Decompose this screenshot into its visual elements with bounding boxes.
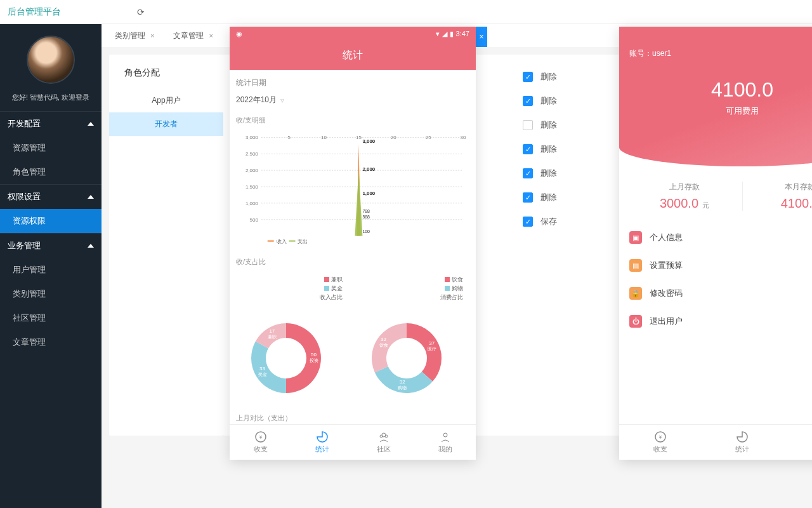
perm-label: 删除 xyxy=(540,95,557,107)
checkbox[interactable]: ✓ xyxy=(523,217,533,227)
svg-text:17: 17 xyxy=(269,328,275,334)
close-icon[interactable]: × xyxy=(476,27,487,47)
checkbox[interactable]: ✓ xyxy=(523,96,533,106)
checkbox[interactable]: ✓ xyxy=(523,144,533,154)
balance-label: 可用费用 xyxy=(629,105,812,117)
nav-item[interactable]: 社区 xyxy=(783,425,812,460)
summary-col: 本月存款4100.0 xyxy=(743,182,813,211)
bottom-nav-2: ¥收支统计社区 xyxy=(619,424,812,460)
profile-menu-item[interactable]: ▣个人信息 xyxy=(619,224,812,251)
balance-value: 4100.0 xyxy=(629,78,812,102)
menu-group-0[interactable]: 开发配置 xyxy=(0,112,102,136)
menu-item[interactable]: 角色管理 xyxy=(0,160,102,184)
status-bar: ◉ ▾ ◢ ▮ 3:47 xyxy=(230,27,476,41)
profile-header: 账号：user1 4100.0 可用费用 xyxy=(619,27,812,166)
tab[interactable]: 文章管理× xyxy=(165,26,221,46)
perm-label: 删除 xyxy=(540,119,557,131)
checkbox[interactable]: ✓ xyxy=(523,168,533,178)
menu-icon: 🔒 xyxy=(629,287,642,300)
menu-item[interactable]: 文章管理 xyxy=(0,330,102,354)
perm-label: 保存 xyxy=(540,216,557,227)
svg-text:支出: 支出 xyxy=(298,239,308,244)
donut-chart: 饮食购物消费占比37医疗32购物32饮食 xyxy=(359,276,467,404)
profile-menu-item[interactable]: ▤设置预算本月预算： xyxy=(619,251,812,279)
menu-item[interactable]: 用户管理 xyxy=(0,258,102,282)
line-chart: 5001,0001,5002,0002,5003,000510152025303… xyxy=(236,131,469,246)
status-app-icon: ◉ xyxy=(236,30,242,38)
avatar[interactable] xyxy=(27,36,75,84)
svg-text:3,000: 3,000 xyxy=(362,138,375,144)
menu-group-1[interactable]: 权限设置 xyxy=(0,185,102,209)
svg-text:收入: 收入 xyxy=(277,239,287,244)
svg-text:投资: 投资 xyxy=(309,358,318,363)
close-icon[interactable]: × xyxy=(209,32,213,39)
checkbox[interactable] xyxy=(523,120,533,130)
donut-chart: 兼职奖金收入占比50投资33奖金17兼职 xyxy=(239,276,346,404)
caret-up-icon xyxy=(88,244,94,248)
battery-icon: ▮ xyxy=(450,30,454,38)
svg-text:500: 500 xyxy=(250,217,259,223)
svg-text:32: 32 xyxy=(400,379,405,385)
perm-label: 删除 xyxy=(540,71,557,83)
nav-item[interactable]: 统计 xyxy=(701,425,783,460)
svg-text:788: 788 xyxy=(362,209,370,213)
svg-text:20: 20 xyxy=(391,135,396,140)
svg-text:医疗: 医疗 xyxy=(428,347,436,352)
svg-text:32: 32 xyxy=(381,337,386,343)
caret-up-icon xyxy=(88,122,94,126)
refresh-icon[interactable]: ⟳ xyxy=(137,7,145,17)
wifi-icon: ▾ xyxy=(436,30,440,38)
menu-icon: ▣ xyxy=(629,231,642,244)
date-picker[interactable]: 2022年10月 ▿ xyxy=(236,91,469,112)
menu-item[interactable]: 资源管理 xyxy=(0,136,102,160)
role-panel: 角色分配 App用户开发者 xyxy=(109,55,223,436)
menu-item[interactable]: 类别管理 xyxy=(0,282,102,306)
tab[interactable]: 类别管理× xyxy=(107,26,162,46)
menu-icon: ⏻ xyxy=(629,315,642,328)
svg-point-45 xyxy=(443,433,447,437)
phone-title: 统计 xyxy=(230,41,476,70)
svg-text:1,000: 1,000 xyxy=(246,201,258,206)
nav-item[interactable]: 统计 xyxy=(291,425,353,460)
perm-label: 删除 xyxy=(540,192,557,203)
nav-item[interactable]: ¥收支 xyxy=(619,425,701,460)
perm-label: 删除 xyxy=(540,144,557,155)
nav-item[interactable]: 我的 xyxy=(414,425,476,460)
svg-text:1,000: 1,000 xyxy=(362,190,375,196)
svg-text:2,000: 2,000 xyxy=(246,168,258,173)
nav-item[interactable]: ¥收支 xyxy=(230,425,291,460)
menu-icon: ▤ xyxy=(629,259,642,272)
svg-text:饮食: 饮食 xyxy=(379,344,388,349)
svg-text:25: 25 xyxy=(426,135,431,140)
svg-text:15: 15 xyxy=(356,135,362,140)
checkbox[interactable]: ✓ xyxy=(523,192,533,203)
chevron-down-icon: ▿ xyxy=(280,96,284,105)
phone-stats: ◉ ▾ ◢ ▮ 3:47 统计 统计日期 2022年10月 ▿ 收/支明细 50… xyxy=(230,27,476,460)
svg-text:10: 10 xyxy=(321,135,327,140)
nav-item[interactable]: 社区 xyxy=(353,425,414,460)
perm-label: 删除 xyxy=(540,168,557,179)
menu-item[interactable]: 社区管理 xyxy=(0,306,102,330)
bottom-nav: ¥收支统计社区我的 xyxy=(230,424,476,460)
svg-text:¥: ¥ xyxy=(258,434,262,440)
menu-group-2[interactable]: 业务管理 xyxy=(0,234,102,258)
profile-menu-item[interactable]: ⏻退出用户 xyxy=(619,307,812,335)
role-item[interactable]: 开发者 xyxy=(109,112,223,136)
svg-text:5: 5 xyxy=(287,135,291,140)
svg-text:30: 30 xyxy=(461,135,466,140)
svg-text:33: 33 xyxy=(259,366,265,372)
welcome-text: 您好! 智慧代码, 欢迎登录 xyxy=(0,90,102,111)
ratio-label: 收/支占比 xyxy=(236,253,469,271)
svg-text:¥: ¥ xyxy=(658,434,662,440)
detail-label: 收/支明细 xyxy=(236,112,469,129)
svg-text:588: 588 xyxy=(362,215,370,219)
svg-text:3,000: 3,000 xyxy=(246,135,258,140)
menu-item[interactable]: 资源权限 xyxy=(0,209,102,233)
role-item[interactable]: App用户 xyxy=(109,89,223,112)
profile-menu-item[interactable]: 🔒修改密码 xyxy=(619,279,812,307)
svg-text:2,500: 2,500 xyxy=(246,151,258,157)
checkbox[interactable]: ✓ xyxy=(523,72,533,82)
summary-col: 上月存款3000.0 元 xyxy=(627,182,743,211)
close-icon[interactable]: × xyxy=(150,32,154,39)
brand-title: 后台管理平台 xyxy=(8,6,61,18)
